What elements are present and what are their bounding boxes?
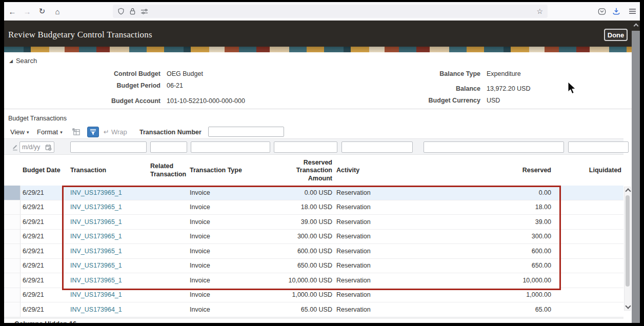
lock-icon[interactable] (129, 8, 136, 15)
row-selector-cell[interactable] (4, 230, 21, 244)
transaction-link[interactable]: INV_US173964_1 (68, 306, 148, 313)
table-row[interactable]: 6/29/21 INV_US173965_1 Invoice 650.00 US… (4, 259, 623, 274)
table-row[interactable]: 6/29/21 INV_US173965_1 Invoice 600.00 US… (4, 244, 623, 259)
row-selector-cell[interactable] (4, 186, 21, 200)
budget-account-label: Budget Account (58, 97, 160, 105)
reserved-filter-input[interactable] (424, 141, 564, 153)
col-transaction[interactable]: Transaction (68, 167, 148, 175)
col-budget-date[interactable]: Budget Date (21, 167, 68, 175)
col-reserved-transaction-amount[interactable]: Reserved Transaction Amount (272, 159, 334, 183)
table-row[interactable]: 6/29/21 INV_US173965_1 Invoice 18.00 USD… (4, 200, 623, 215)
balance-type-value: Expenditure (487, 70, 521, 77)
transaction-link[interactable]: INV_US173964_1 (68, 291, 148, 298)
cell-budget-date: 6/29/21 (21, 203, 68, 211)
row-selector-cell[interactable] (4, 215, 21, 229)
cell-transaction-type: Invoice (188, 277, 272, 284)
freeze-columns-icon[interactable] (72, 128, 80, 136)
cell-reserved: 10,000.00 (415, 277, 553, 284)
table-scrollbar[interactable] (624, 187, 631, 311)
transaction-link[interactable]: INV_US173965_1 (68, 277, 148, 284)
table-row[interactable]: 6/29/21 INV_US173965_1 Invoice 10,000.00… (4, 273, 623, 288)
transaction-link[interactable]: INV_US173965_1 (68, 203, 148, 211)
shield-icon[interactable] (117, 8, 125, 15)
cell-budget-date: 6/29/21 (21, 262, 68, 269)
cell-transaction-type: Invoice (188, 291, 272, 298)
transaction-number-input[interactable] (208, 127, 284, 137)
transaction-link[interactable]: INV_US173965_1 (68, 218, 148, 226)
query-by-example-button[interactable] (87, 127, 99, 137)
search-section-header[interactable]: ◢ Search (9, 57, 37, 65)
row-selector-cell[interactable] (4, 288, 21, 302)
reserved-amount-filter-input[interactable] (274, 141, 337, 153)
table-row[interactable]: 6/29/21 INV_US173964_1 Invoice 1,000.00 … (4, 288, 623, 303)
budget-account-value: 101-10-52210-000-000-000 (167, 97, 245, 105)
calendar-icon[interactable] (45, 144, 52, 151)
balance-type-label: Balance Type (378, 70, 480, 77)
menu-hamburger-icon[interactable] (627, 7, 637, 16)
view-menu[interactable]: View ▾ (10, 128, 29, 136)
row-selector-cell[interactable] (4, 273, 21, 288)
cell-transaction-type: Invoice (188, 189, 272, 196)
table-row[interactable]: 6/29/21 INV_US173965_1 Invoice 0.00 USD … (4, 186, 623, 200)
balance-label: Balance (378, 85, 480, 92)
table-row[interactable]: 6/29/21 INV_US173965_1 Invoice 39.00 USD… (4, 215, 623, 230)
cell-activity: Reservation (334, 291, 415, 298)
table-row[interactable]: 6/29/21 INV_US173964_1 Invoice 65.00 USD… (4, 302, 623, 317)
col-activity[interactable]: Activity (334, 167, 415, 175)
page-scrollbar[interactable] (632, 21, 640, 323)
row-selector-cell[interactable] (4, 302, 21, 317)
related-transaction-filter-input[interactable] (150, 141, 187, 153)
section-divider (4, 109, 640, 109)
bookmark-star-icon[interactable]: ☆ (536, 7, 543, 15)
cell-reserved-transaction-amount: 600.00 USD (272, 248, 334, 255)
forward-icon[interactable]: → (20, 2, 34, 21)
transaction-link[interactable]: INV_US173965_1 (68, 233, 148, 240)
cell-reserved: 65.00 (415, 306, 553, 313)
col-liquidated[interactable]: Liquidated (553, 167, 623, 175)
transaction-filter-input[interactable] (70, 141, 147, 153)
table-row[interactable]: 6/29/21 INV_US173965_1 Invoice 300.00 US… (4, 230, 623, 244)
wrap-button[interactable]: ↵ Wrap (104, 128, 127, 136)
transaction-link[interactable]: INV_US173965_1 (68, 262, 148, 269)
done-button[interactable]: Done (604, 29, 628, 41)
cell-reserved-transaction-amount: 65.00 USD (272, 306, 334, 313)
page-scroll-up-icon[interactable] (632, 21, 640, 31)
scroll-up-icon[interactable] (626, 188, 630, 194)
decorative-banner (4, 47, 640, 52)
disclosure-triangle-icon[interactable]: ◢ (9, 58, 13, 64)
table-scrollbar-thumb[interactable] (626, 195, 630, 287)
pocket-icon[interactable] (597, 7, 607, 16)
address-bar[interactable]: ☆ (113, 5, 548, 18)
format-menu[interactable]: Format ▾ (37, 128, 63, 136)
cell-transaction-type: Invoice (188, 262, 272, 269)
col-reserved[interactable]: Reserved (415, 167, 553, 175)
chevron-down-icon: ▾ (27, 130, 29, 135)
cell-activity: Reservation (334, 189, 415, 196)
cell-reserved: 300.00 (415, 233, 553, 240)
liquidated-filter-input[interactable] (568, 141, 629, 153)
reload-icon[interactable]: ↻ (35, 2, 49, 21)
permissions-sliders-icon[interactable] (140, 8, 148, 15)
row-selector-cell[interactable] (4, 244, 21, 258)
back-icon[interactable]: ← (5, 2, 19, 21)
row-selector-cell[interactable] (4, 259, 21, 273)
scroll-down-icon[interactable] (626, 303, 630, 309)
transaction-link[interactable]: INV_US173965_1 (68, 248, 148, 255)
col-related-transaction[interactable]: Related Transaction (148, 162, 188, 178)
cell-budget-date: 6/29/21 (21, 218, 68, 226)
transaction-link[interactable]: INV_US173965_1 (68, 189, 148, 196)
browser-window: ← → ↻ ⌂ ☆ Review Budgetary Contro (4, 2, 640, 323)
table-body: 6/29/21 INV_US173965_1 Invoice 0.00 USD … (4, 186, 623, 317)
cell-transaction-type: Invoice (188, 248, 272, 255)
download-icon[interactable] (611, 7, 621, 16)
cell-budget-date: 6/29/21 (21, 233, 68, 240)
mouse-cursor (566, 82, 578, 95)
cell-reserved-transaction-amount: 0.00 USD (272, 189, 334, 196)
home-icon[interactable]: ⌂ (50, 2, 65, 21)
cell-activity: Reservation (334, 248, 415, 255)
edit-pencil-icon[interactable] (11, 144, 18, 151)
row-selector-cell[interactable] (4, 200, 21, 215)
activity-filter-input[interactable] (341, 141, 413, 153)
col-transaction-type[interactable]: Transaction Type (188, 167, 272, 175)
transaction-type-filter-input[interactable] (191, 141, 270, 153)
